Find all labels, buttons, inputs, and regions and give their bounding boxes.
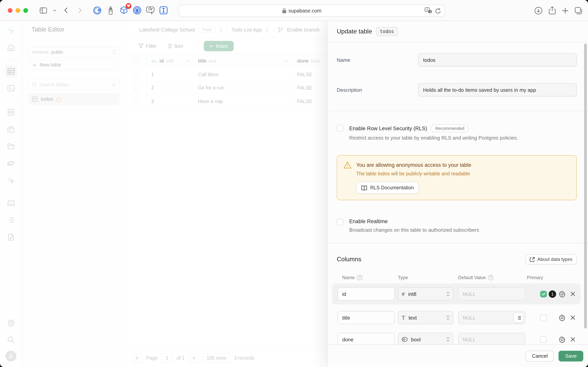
close-window-button[interactable] xyxy=(8,8,12,13)
column-type-select[interactable]: bool xyxy=(398,333,454,344)
cancel-button[interactable]: Cancel xyxy=(526,350,554,361)
column-type-select[interactable]: # int8 xyxy=(398,287,454,300)
columns-header-primary: Primary xyxy=(527,275,543,280)
remove-column-icon[interactable] xyxy=(571,292,575,296)
about-data-types-button[interactable]: About data types xyxy=(525,254,577,264)
notification-badge xyxy=(126,3,131,9)
anonymous-access-warning: You are allowing anonymous access to you… xyxy=(337,155,577,200)
column-row-title: T text xyxy=(332,307,581,328)
translate-icon[interactable]: A文 xyxy=(425,7,432,14)
package-extension-icon[interactable] xyxy=(119,6,128,15)
column-row-id: # int8 1 xyxy=(332,284,581,304)
downloads-icon[interactable] xyxy=(534,6,543,15)
svg-text:A: A xyxy=(426,8,428,11)
column-name-input[interactable] xyxy=(337,333,395,344)
number-type-icon: # xyxy=(402,291,405,297)
name-label: Name xyxy=(337,53,418,67)
app-window: supabase.com A文 xyxy=(0,0,588,367)
text-type-icon: T xyxy=(402,315,405,321)
primary-key-checkbox[interactable] xyxy=(540,314,547,321)
warning-icon xyxy=(343,161,352,169)
remove-column-icon[interactable] xyxy=(571,337,575,342)
lock-icon xyxy=(282,8,286,13)
gear-icon[interactable] xyxy=(559,314,565,321)
table-name-input[interactable] xyxy=(418,53,577,67)
book-icon xyxy=(361,185,367,190)
panel-scrollbar[interactable] xyxy=(584,43,587,328)
rls-label: Enable Row Level Security (RLS) xyxy=(349,125,427,131)
expand-default-icon[interactable] xyxy=(514,313,524,323)
rls-description: Restrict access to your table by enablin… xyxy=(349,135,518,141)
realtime-label: Enable Realtime xyxy=(349,218,388,224)
password-manager-extension-icon[interactable] xyxy=(132,6,142,15)
reader-extension-icon[interactable] xyxy=(159,6,168,15)
zoom-window-button[interactable] xyxy=(23,8,28,13)
extension-icons xyxy=(92,6,168,15)
columns-header-name: Name xyxy=(342,275,355,280)
url-bar[interactable]: supabase.com A文 xyxy=(178,5,445,17)
rls-documentation-button[interactable]: RLS Documentation xyxy=(356,182,419,194)
browser-chrome: supabase.com A文 xyxy=(0,0,588,21)
save-button[interactable]: Save xyxy=(559,350,583,361)
primary-key-checkbox[interactable] xyxy=(540,291,547,297)
column-type-select[interactable]: T text xyxy=(398,311,454,324)
back-icon[interactable] xyxy=(60,5,72,16)
session-timer-extension-icon[interactable] xyxy=(92,6,102,15)
overlay-scrim[interactable] xyxy=(0,21,327,367)
recommended-badge: Recommended xyxy=(431,125,469,132)
panel-body: Name Description Enable Row Level Securi… xyxy=(328,42,588,344)
boolean-type-icon xyxy=(402,337,408,342)
description-label: Description xyxy=(337,83,418,96)
url-text: supabase.com xyxy=(288,8,321,14)
panel-footer: Cancel Save xyxy=(328,344,588,367)
new-tab-icon[interactable] xyxy=(562,7,569,14)
chat-extension-icon[interactable] xyxy=(145,6,155,15)
column-default-input[interactable] xyxy=(458,287,525,300)
column-order-badge: 1 xyxy=(549,290,556,298)
svg-text:文: 文 xyxy=(429,10,432,13)
gear-icon[interactable] xyxy=(559,336,565,343)
sidebar-chevron-icon[interactable] xyxy=(51,5,58,16)
share-icon[interactable] xyxy=(549,6,556,15)
gear-icon[interactable] xyxy=(559,291,565,297)
remove-column-icon[interactable] xyxy=(571,315,575,320)
column-name-input[interactable] xyxy=(337,287,395,300)
warning-title: You are allowing anonymous access to you… xyxy=(356,161,471,169)
sidebar-toggle-icon[interactable] xyxy=(37,5,49,16)
external-link-icon xyxy=(530,257,535,262)
rls-checkbox[interactable] xyxy=(337,125,343,131)
realtime-description: Broadcast changes on this table to autho… xyxy=(349,227,479,233)
help-icon[interactable]: ? xyxy=(488,275,494,280)
tab-overview-icon[interactable] xyxy=(575,7,583,14)
columns-header-type: Type xyxy=(398,275,458,280)
table-description-input[interactable] xyxy=(418,83,577,96)
column-default-input[interactable] xyxy=(458,333,525,344)
column-name-input[interactable] xyxy=(337,311,395,324)
reload-icon[interactable] xyxy=(435,8,441,14)
realtime-checkbox[interactable] xyxy=(337,219,343,225)
update-table-panel: Update table todos Name Description xyxy=(327,21,588,367)
panel-title-table-chip: todos xyxy=(376,27,398,36)
primary-key-checkbox[interactable] xyxy=(540,336,547,343)
column-row-done: bool xyxy=(332,329,581,344)
minimize-window-button[interactable] xyxy=(16,8,20,13)
warning-subtitle: The table todos will be publicly writabl… xyxy=(356,171,570,176)
cleaner-extension-icon[interactable] xyxy=(106,6,115,15)
forward-icon[interactable] xyxy=(74,5,85,16)
window-controls[interactable] xyxy=(8,8,28,13)
columns-header-default: Default Value xyxy=(458,275,486,280)
panel-title: Update table xyxy=(337,28,372,35)
workspace: Table Editor schema: public New table xyxy=(0,21,588,367)
help-icon[interactable]: ? xyxy=(357,275,362,280)
columns-section-heading: Columns xyxy=(337,256,361,263)
